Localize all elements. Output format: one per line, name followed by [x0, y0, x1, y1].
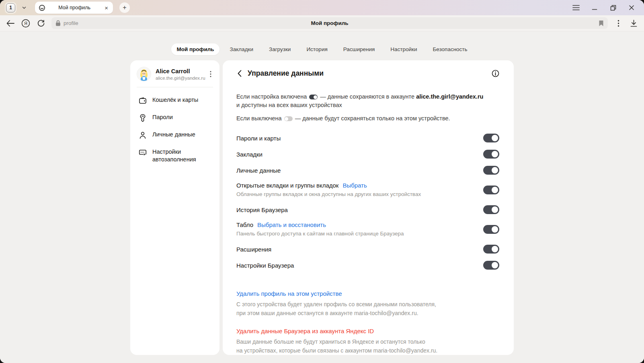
download-icon: [630, 20, 637, 27]
choose-tabs-link[interactable]: Выбрать: [343, 182, 367, 189]
nav-tab-bookmarks[interactable]: Закладки: [225, 43, 258, 55]
reload-button[interactable]: [36, 19, 46, 28]
nav-tab-settings[interactable]: Настройки: [385, 43, 422, 55]
sync-row-label: История Браузера: [236, 206, 288, 213]
delete-profile-block: Удалить профиль на этом устройстве С это…: [236, 290, 499, 318]
toggle-open-tabs[interactable]: [483, 186, 499, 194]
profile-identity: Alice Carroll alice.the.girl@yandex.ru: [156, 68, 204, 80]
browser-menu-button[interactable]: [572, 3, 580, 12]
toggle-knob: [492, 167, 498, 173]
nav-tab-extensions[interactable]: Расширения: [338, 43, 380, 55]
browser-tab[interactable]: Мой профиль ×: [35, 2, 113, 14]
toggle-knob: [492, 151, 498, 157]
lock-icon: [55, 20, 61, 26]
toggle-history[interactable]: [483, 205, 499, 214]
profile-favicon-icon: [39, 4, 45, 11]
toggle-knob: [285, 117, 288, 121]
tab-title: Мой профиль: [49, 5, 100, 10]
sync-row-label: Личные данные: [236, 167, 281, 174]
panel-info-button[interactable]: [492, 70, 499, 77]
sync-row-tableau: Табло Выбрать и восстановить Панель быст…: [236, 221, 499, 237]
sync-row-label: Расширения: [236, 246, 271, 253]
close-window-button[interactable]: [627, 3, 636, 12]
key-icon: [138, 113, 147, 122]
sync-row-history: История Браузера: [236, 205, 499, 214]
info-icon: [492, 70, 499, 77]
sync-row-label: Открытые вкладки и группы вкладок: [236, 182, 338, 189]
data-management-panel: Управление данными Если настройка включе…: [223, 60, 514, 355]
sync-row-personal-data: Личные данные: [236, 166, 499, 175]
back-arrow-icon: [6, 20, 14, 27]
sync-row-subtitle: Панель быстрого доступа к сайтам на глав…: [236, 230, 483, 237]
toggle-knob: [492, 246, 498, 252]
address-bar[interactable]: profile Мой профиль: [51, 17, 608, 29]
panel-header: Управление данными: [236, 69, 499, 78]
inline-toggle-on-icon: [309, 95, 318, 99]
delete-profile-link[interactable]: Удалить профиль на этом устройстве: [236, 290, 342, 297]
account-email: alice.the.girl@yandex.ru: [416, 93, 483, 100]
url-origin: profile: [55, 20, 78, 26]
wallet-icon: [138, 96, 147, 105]
sync-row-open-tabs: Открытые вкладки и группы вкладок Выбрат…: [236, 182, 499, 198]
toggle-browser-settings[interactable]: [483, 261, 499, 270]
tab-counter-group[interactable]: 1: [5, 2, 16, 14]
window-controls: [572, 3, 639, 12]
toggle-personal-data[interactable]: [483, 166, 499, 175]
restore-tableau-link[interactable]: Выбрать и восстановить: [257, 221, 326, 228]
toggle-bookmarks[interactable]: [483, 150, 499, 159]
nav-tab-security[interactable]: Безопасность: [427, 43, 472, 55]
back-button[interactable]: [6, 19, 15, 28]
intro-disabled-text: Если выключена — данные будут сохранятьс…: [236, 114, 499, 123]
yandex-logo-icon: Я: [21, 19, 30, 28]
tab-list-chevron-button[interactable]: [19, 3, 29, 12]
close-icon: [629, 5, 634, 10]
toggle-knob: [492, 187, 498, 193]
panel-back-button[interactable]: [236, 69, 243, 78]
delete-browser-data-link[interactable]: Удалить данные Браузера из аккаунта Янде…: [236, 328, 374, 334]
address-toolbar: Я profile Мой профиль: [0, 15, 644, 31]
sync-row-label: Пароли и карты: [236, 135, 281, 142]
tab-strip: 1 Мой профиль × +: [0, 0, 644, 15]
new-tab-button[interactable]: +: [119, 2, 130, 13]
bookmark-button[interactable]: [599, 20, 604, 27]
sync-row-label: Настройки Браузера: [236, 262, 294, 269]
profile-name: Alice Carroll: [156, 68, 204, 74]
sync-row-label: Табло: [236, 221, 253, 228]
delete-data-description: Ваши данные больше не будут храниться в …: [236, 338, 499, 355]
kebab-menu-icon: [617, 20, 619, 27]
toggle-knob: [492, 135, 498, 141]
profile-header: Alice Carroll alice.the.girl@yandex.ru: [137, 67, 213, 87]
sidebar-item-personal-data[interactable]: Личные данные: [137, 128, 213, 143]
intro-enabled-text: Если настройка включена — данные сохраня…: [236, 93, 499, 109]
delete-profile-description: С этого устройства будет удален профиль …: [236, 300, 499, 318]
profile-menu-button[interactable]: [208, 70, 213, 78]
downloads-button[interactable]: [629, 19, 638, 28]
sidebar-item-wallet-cards[interactable]: Кошелёк и карты: [137, 93, 213, 108]
delete-data-block: Удалить данные Браузера из аккаунта Янде…: [236, 328, 499, 355]
minimize-button[interactable]: [590, 3, 599, 12]
hamburger-menu-icon: [572, 5, 580, 10]
tab-counter[interactable]: 1: [6, 3, 15, 12]
toggle-tableau[interactable]: [483, 225, 499, 234]
sync-row-extensions: Расширения: [236, 245, 499, 254]
tab-close-button[interactable]: ×: [103, 4, 109, 12]
browser-window: 1 Мой профиль × +: [0, 0, 644, 363]
toggle-knob: [314, 95, 317, 99]
sidebar-item-autofill-settings[interactable]: Настройки автозаполнения: [137, 145, 213, 167]
person-icon: [138, 131, 147, 140]
toolbar-more-button[interactable]: [613, 19, 623, 28]
nav-tab-my-profile[interactable]: Мой профиль: [171, 43, 219, 55]
settings-page: Мой профиль Закладки Загрузки История Ра…: [0, 31, 644, 363]
sync-row-passwords-cards: Пароли и карты: [236, 134, 499, 142]
avatar: [137, 67, 151, 81]
sidebar-item-passwords[interactable]: Пароли: [137, 110, 213, 126]
autofill-icon: [138, 148, 147, 157]
toggle-passwords-cards[interactable]: [483, 134, 499, 142]
nav-tab-downloads[interactable]: Загрузки: [264, 43, 296, 55]
toggle-knob: [492, 226, 498, 233]
chevron-left-icon: [238, 70, 242, 77]
yandex-home-button[interactable]: Я: [21, 19, 31, 28]
toggle-extensions[interactable]: [483, 245, 499, 254]
nav-tab-history[interactable]: История: [301, 43, 332, 55]
restore-button[interactable]: [609, 3, 617, 12]
